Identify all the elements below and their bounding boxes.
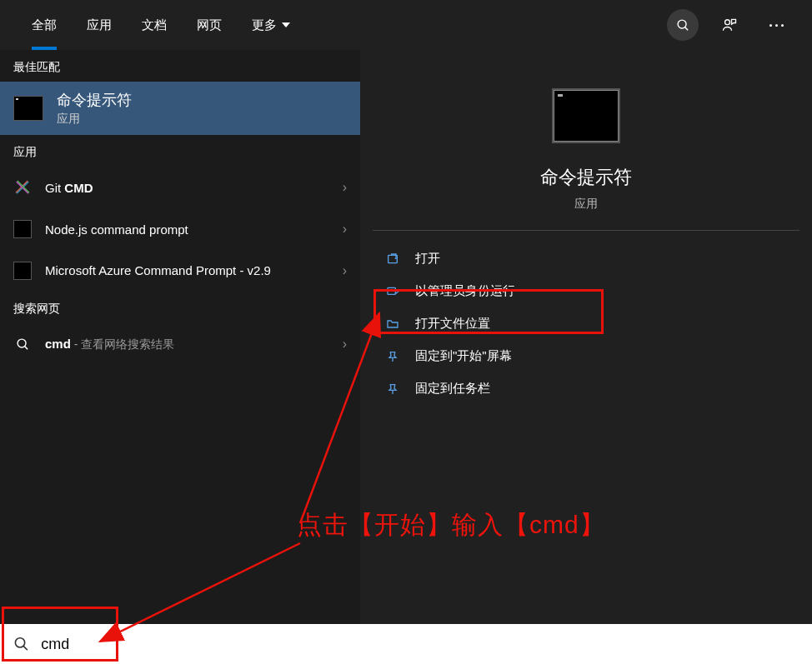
cmd-icon	[13, 96, 43, 121]
app-result-label: Node.js command prompt	[45, 222, 329, 237]
tab-apps[interactable]: 应用	[72, 0, 127, 50]
action-label: 以管理员身份运行	[415, 283, 515, 299]
search-icon	[13, 636, 29, 652]
search-input[interactable]	[41, 636, 799, 653]
section-apps: 应用	[0, 135, 360, 167]
search-icon	[13, 335, 32, 353]
terminal-icon	[13, 220, 32, 238]
open-icon	[385, 252, 400, 267]
web-search-result[interactable]: cmd - 查看网络搜索结果 ›	[0, 323, 360, 365]
svg-point-3	[18, 339, 26, 347]
section-web: 搜索网页	[0, 292, 360, 323]
pin-icon	[385, 349, 400, 364]
action-pin-to-start[interactable]: 固定到"开始"屏幕	[370, 340, 802, 372]
best-match-item[interactable]: 命令提示符 应用	[0, 82, 360, 135]
action-open[interactable]: 打开	[370, 242, 802, 275]
search-scope-button[interactable]	[667, 9, 699, 41]
git-icon	[13, 178, 32, 197]
divider	[373, 230, 799, 231]
folder-open-icon	[385, 317, 400, 332]
app-result-git-cmd[interactable]: Git CMD ›	[0, 167, 360, 208]
svg-rect-6	[388, 287, 395, 294]
best-match-subtitle: 应用	[57, 112, 132, 127]
chevron-right-icon: ›	[343, 263, 347, 278]
app-result-azure-prompt[interactable]: Microsoft Azure Command Prompt - v2.9 ›	[0, 250, 360, 292]
svg-line-1	[684, 27, 688, 30]
preview-app-icon	[554, 90, 619, 142]
action-label: 打开文件位置	[415, 316, 490, 332]
person-feedback-icon	[721, 17, 738, 33]
svg-line-10	[23, 646, 28, 650]
svg-line-4	[24, 346, 28, 349]
terminal-icon	[13, 262, 32, 280]
best-match-title: 命令提示符	[57, 90, 132, 110]
ellipsis-icon	[769, 24, 784, 27]
shield-admin-icon	[385, 284, 400, 299]
feedback-button[interactable]	[714, 9, 745, 41]
action-run-as-admin[interactable]: 以管理员身份运行	[370, 275, 802, 307]
preview-title: 命令提示符	[540, 165, 632, 190]
action-open-file-location[interactable]: 打开文件位置	[370, 307, 802, 340]
more-options-button[interactable]	[760, 9, 792, 41]
action-pin-to-taskbar[interactable]: 固定到任务栏	[370, 372, 802, 405]
search-icon	[676, 18, 690, 32]
search-tabs-bar: 全部 应用 文档 网页 更多	[0, 0, 812, 50]
best-match-text: 命令提示符 应用	[57, 90, 132, 127]
chevron-right-icon: ›	[343, 222, 347, 237]
web-result-label: cmd - 查看网络搜索结果	[45, 337, 329, 352]
search-bar[interactable]	[0, 624, 812, 664]
app-result-nodejs-prompt[interactable]: Node.js command prompt ›	[0, 208, 360, 250]
tab-more-label: 更多	[252, 17, 277, 33]
chevron-right-icon: ›	[343, 180, 347, 195]
svg-point-2	[725, 20, 730, 25]
tab-all[interactable]: 全部	[17, 0, 72, 50]
chevron-right-icon: ›	[343, 337, 347, 352]
tab-documents[interactable]: 文档	[127, 0, 182, 50]
pin-icon	[385, 382, 400, 397]
tab-web[interactable]: 网页	[182, 0, 237, 50]
svg-point-0	[678, 20, 686, 28]
preview-actions: 打开 以管理员身份运行 打开文件位置 固定到"开始"屏幕	[360, 242, 812, 405]
chevron-down-icon	[282, 22, 290, 27]
action-label: 固定到"开始"屏幕	[415, 348, 512, 364]
top-right-controls	[667, 9, 812, 41]
action-label: 固定到任务栏	[415, 381, 490, 397]
section-best-match: 最佳匹配	[0, 50, 360, 82]
tab-more[interactable]: 更多	[237, 0, 305, 50]
app-result-label: Microsoft Azure Command Prompt - v2.9	[45, 262, 329, 279]
action-label: 打开	[415, 251, 440, 267]
svg-point-9	[15, 638, 24, 647]
annotation-text: 点击【开始】输入【cmd】	[297, 508, 605, 542]
preview-subtitle: 应用	[574, 197, 598, 212]
app-result-label: Git CMD	[45, 181, 329, 195]
